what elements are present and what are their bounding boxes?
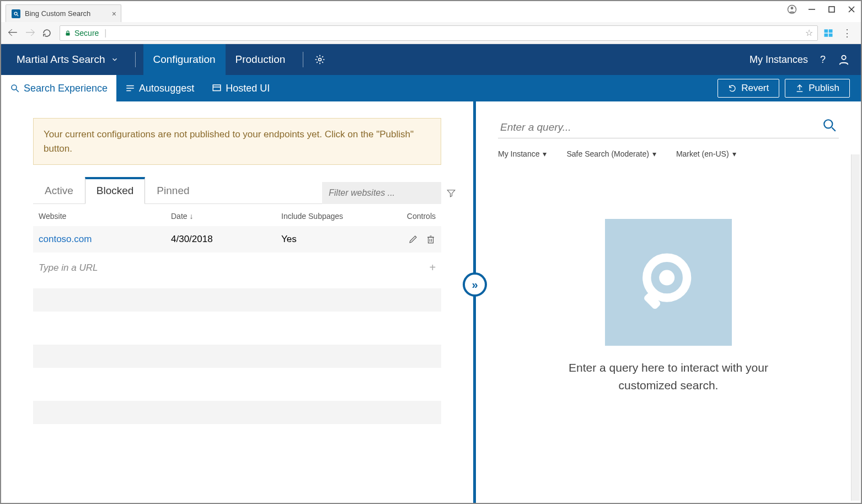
filter-websites[interactable] [322, 182, 441, 204]
svg-point-31 [659, 270, 674, 286]
browser-titlebar: Bing Custom Search × [1, 1, 861, 22]
svg-point-28 [824, 120, 832, 128]
query-input[interactable] [498, 118, 839, 138]
svg-rect-9 [824, 29, 828, 33]
svg-line-1 [17, 14, 19, 16]
window-minimize-icon[interactable] [807, 4, 817, 14]
th-website[interactable]: Website [39, 212, 171, 221]
cell-website[interactable]: contoso.com [39, 234, 171, 245]
publish-label: Publish [809, 83, 839, 94]
tab-configuration[interactable]: Configuration [143, 44, 226, 75]
window-maximize-icon[interactable] [827, 4, 837, 14]
svg-rect-5 [829, 7, 834, 12]
edit-icon[interactable] [408, 234, 418, 244]
subtab-label: Hosted UI [226, 83, 270, 94]
favicon-bing-icon [12, 9, 20, 18]
cell-date: 4/30/2018 [171, 234, 281, 245]
svg-rect-11 [824, 33, 828, 36]
ghost-row [33, 345, 441, 368]
nav-forward-icon[interactable]: 🡢 [24, 27, 36, 39]
websites-table: Website Date ↓ Include Subpages Controls… [33, 203, 441, 424]
instance-name-label: Martial Arts Search [17, 53, 105, 66]
th-date[interactable]: Date ↓ [171, 212, 281, 221]
browser-tab-title: Bing Custom Search [25, 9, 90, 18]
preview-facets: My Instance ▾ Safe Search (Moderate) ▾ M… [498, 149, 839, 158]
search-placeholder-icon [605, 219, 732, 346]
svg-point-15 [12, 85, 17, 90]
subtab-label: Autosuggest [139, 83, 194, 94]
addr-separator: | [104, 28, 106, 38]
lock-icon [65, 29, 71, 37]
expand-preview-button[interactable]: » [463, 272, 487, 297]
svg-point-13 [319, 58, 322, 61]
browser-address-bar: 🡠 🡢 Secure | ☆ ⋮ [1, 22, 861, 44]
publish-notice: Your current configurations are not publ… [33, 118, 441, 165]
help-icon[interactable]: ? [820, 54, 826, 66]
svg-rect-12 [829, 33, 833, 36]
account-icon[interactable] [787, 4, 797, 14]
config-tabs-row: Active Blocked Pinned [33, 177, 441, 204]
window-close-icon[interactable] [847, 4, 856, 14]
search-icon[interactable] [822, 118, 837, 132]
th-subpages[interactable]: Include Subpages [281, 212, 381, 221]
browser-menu-icon[interactable]: ⋮ [839, 27, 855, 39]
star-icon[interactable]: ☆ [805, 28, 813, 38]
caret-down-icon: ▾ [732, 149, 736, 158]
subtab-autosuggest[interactable]: Autosuggest [116, 75, 203, 101]
empty-text-2: customized search. [498, 377, 839, 394]
chevron-down-icon [111, 56, 119, 63]
facet-instance[interactable]: My Instance ▾ [498, 149, 547, 158]
cfg-tab-pinned[interactable]: Pinned [145, 179, 201, 204]
svg-rect-10 [829, 29, 833, 33]
table-header: Website Date ↓ Include Subpages Controls [33, 204, 441, 226]
svg-rect-8 [66, 33, 70, 35]
subtab-search-experience[interactable]: Search Experience [1, 75, 116, 101]
address-field[interactable]: Secure | ☆ [60, 25, 818, 41]
svg-line-29 [832, 127, 836, 131]
publish-button[interactable]: Publish [785, 79, 850, 98]
browser-tab[interactable]: Bing Custom Search × [6, 4, 121, 22]
preview-pane: » My Instance ▾ Safe Search (Moderate) ▾… [476, 101, 861, 503]
instance-selector[interactable]: Martial Arts Search [17, 53, 119, 66]
secure-label: Secure [74, 29, 99, 37]
header-divider [135, 52, 136, 67]
cfg-tab-active[interactable]: Active [33, 179, 85, 204]
user-icon[interactable] [838, 53, 850, 66]
revert-button[interactable]: Revert [718, 79, 779, 98]
filter-input[interactable] [329, 188, 440, 198]
subtab-label: Search Experience [24, 83, 108, 94]
caret-down-icon: ▾ [543, 149, 547, 158]
add-url-placeholder: Type in a URL [39, 262, 98, 274]
tab-production[interactable]: Production [226, 44, 296, 75]
ghost-row [33, 401, 441, 424]
th-controls: Controls [386, 212, 436, 221]
revert-label: Revert [741, 83, 769, 94]
svg-point-14 [842, 56, 845, 60]
gear-icon[interactable] [314, 54, 325, 65]
ghost-row [33, 288, 441, 312]
plus-icon[interactable]: + [429, 261, 436, 274]
sort-down-icon: ↓ [189, 212, 193, 221]
delete-icon[interactable] [426, 234, 436, 244]
my-instances-link[interactable]: My Instances [749, 54, 808, 66]
left-pane: Your current configurations are not publ… [1, 101, 473, 503]
windows-logo-icon[interactable] [823, 28, 833, 38]
table-row: contoso.com 4/30/2018 Yes [33, 226, 441, 253]
nav-back-icon[interactable]: 🡠 [7, 27, 19, 39]
svg-point-3 [791, 7, 794, 9]
svg-point-0 [14, 12, 17, 15]
facet-market[interactable]: Market (en-US) ▾ [676, 149, 736, 158]
main-content: Your current configurations are not publ… [1, 101, 861, 503]
tab-close-icon[interactable]: × [112, 9, 116, 18]
empty-text-1: Enter a query here to interact with your [498, 359, 839, 377]
sub-nav: Search Experience Autosuggest Hosted UI … [1, 75, 861, 101]
header-divider [303, 52, 303, 67]
svg-rect-20 [213, 85, 221, 91]
browser-scrollbar[interactable] [851, 154, 860, 501]
add-url-row[interactable]: Type in a URL + [33, 253, 441, 283]
subtab-hosted-ui[interactable]: Hosted UI [203, 75, 279, 101]
filter-icon[interactable] [446, 188, 456, 198]
facet-safesearch[interactable]: Safe Search (Moderate) ▾ [566, 149, 656, 158]
nav-reload-icon[interactable] [42, 28, 54, 38]
cfg-tab-blocked[interactable]: Blocked [85, 177, 146, 204]
